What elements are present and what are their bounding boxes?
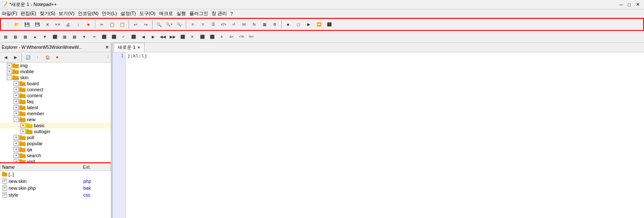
paste-btn[interactable]: 📋 — [118, 20, 127, 29]
toggle-outlogin[interactable]: + — [21, 129, 26, 134]
menu-window[interactable]: 창 관리 — [212, 10, 227, 17]
file-row-style[interactable]: style css — [0, 191, 111, 198]
file-row-parent[interactable]: [..] — [0, 171, 111, 178]
save-all-btn[interactable]: 💾+ — [32, 20, 42, 29]
toggle-poll[interactable]: + — [14, 135, 19, 140]
stop-btn[interactable]: ⬛ — [324, 20, 334, 29]
exp-fwd-btn[interactable]: ▶ — [11, 53, 20, 62]
tree-item-member[interactable]: + member — [0, 110, 111, 116]
menu-run[interactable]: 실행 — [176, 10, 186, 17]
tb2-btn2[interactable]: ▦ — [11, 32, 20, 42]
tree-item-content[interactable]: + content — [0, 93, 111, 99]
list-btn[interactable]: ☰ — [209, 20, 218, 29]
func-btn[interactable]: fx — [250, 20, 259, 29]
code-editor[interactable]: j;kl;lj — [126, 52, 644, 218]
toggle-new[interactable]: - — [14, 117, 19, 122]
tb2-btn19[interactable]: ⬛ — [178, 32, 187, 42]
toggle-skin[interactable]: - — [7, 75, 12, 80]
zoom-out-btn[interactable]: 🔍- — [175, 20, 184, 29]
maximize-btn[interactable]: □ — [625, 2, 633, 7]
tb2-btn21[interactable]: ⬛ — [197, 32, 207, 42]
align-right-btn[interactable]: ≡ — [198, 20, 208, 29]
exp-fav-btn[interactable]: ♥ — [53, 53, 62, 62]
open-file-btn[interactable]: 📂 — [12, 20, 21, 29]
tb2-btn4[interactable]: ▲ — [30, 32, 40, 42]
find-btn[interactable]: 🔍 — [154, 20, 164, 29]
toggle-connect[interactable]: + — [14, 87, 19, 92]
tb2-btn22[interactable]: ⬛ — [207, 32, 217, 42]
tb2-btn9[interactable]: ♥ — [79, 32, 89, 42]
save-btn[interactable]: 💾 — [22, 20, 32, 29]
menu-settings[interactable]: 설정(T) — [121, 10, 136, 17]
tb2-btn11[interactable]: ⬛ — [99, 32, 109, 42]
radio-btn1[interactable]: ● — [283, 20, 293, 29]
toggle-board[interactable]: + — [14, 81, 19, 86]
zoom-in-btn[interactable]: 🔍+ — [165, 20, 174, 29]
tree-item-popular[interactable]: + popular — [0, 140, 111, 146]
copy-btn[interactable]: 📋 — [107, 20, 117, 29]
tb2-btn7[interactable]: ▦ — [60, 32, 69, 42]
menu-edit[interactable]: 편집(E) — [21, 10, 36, 17]
menu-help[interactable]: ? — [230, 11, 233, 16]
menu-file[interactable]: 파일(F) — [2, 10, 17, 17]
tree-item-poll[interactable]: + poll — [0, 134, 111, 140]
exp-back-btn[interactable]: ◀ — [1, 53, 10, 62]
tree-item-faq[interactable]: + faq — [0, 99, 111, 105]
tree-item-connect[interactable]: + connect — [0, 87, 111, 93]
radio-btn2[interactable]: □ — [294, 20, 303, 29]
menu-view[interactable]: 보기(V) — [59, 10, 74, 17]
tb2-btn5[interactable]: ▼ — [40, 32, 50, 42]
favorite-btn[interactable]: ♥ — [84, 20, 93, 29]
toggle-visit[interactable]: + — [14, 159, 19, 162]
toggle-member[interactable]: + — [14, 111, 19, 116]
menu-macro[interactable]: 매크로 — [159, 10, 173, 17]
tb2-btn10[interactable]: ━ — [89, 32, 99, 42]
file-row-newskinphp[interactable]: new.skin.php bak — [0, 185, 111, 191]
tree-item-skin[interactable]: - skin — [0, 75, 111, 81]
wrap-btn[interactable]: ⏎ — [229, 20, 238, 29]
toggle-img[interactable]: + — [7, 63, 12, 68]
tb2-btn15[interactable]: ◀ — [138, 32, 148, 42]
tb2-btn3[interactable]: ▦ — [21, 32, 30, 42]
tree-item-search[interactable]: + search — [0, 152, 111, 158]
close-btn[interactable]: ✕ — [633, 2, 642, 7]
tb2-btn6[interactable]: ⬛ — [50, 32, 59, 42]
menu-tools[interactable]: 도구(O) — [139, 10, 156, 17]
tb2-btn20[interactable]: ✕ — [188, 32, 197, 42]
toggle-basic[interactable]: + — [21, 123, 26, 128]
play-btn[interactable]: ▶ — [304, 20, 313, 29]
tb2-btn23[interactable]: & — [217, 32, 226, 42]
tb2-btn18[interactable]: ▶▶ — [168, 32, 177, 42]
file-tree[interactable]: + img + mobile - skin + — [0, 63, 111, 162]
tree-item-latest[interactable]: + latest — [0, 105, 111, 110]
close-all-btn[interactable]: ✕✕ — [53, 20, 62, 29]
print-btn[interactable]: 🖨 — [63, 20, 73, 29]
tb2-btn12[interactable]: ⬛ — [109, 32, 118, 42]
fast-fwd-btn[interactable]: ⏩ — [314, 20, 323, 29]
tb2-btn14[interactable]: ⬛ — [129, 32, 138, 42]
align-left-btn[interactable]: ≡ — [188, 20, 197, 29]
tb2-btn26[interactable]: %> — [247, 32, 256, 42]
tag-btn[interactable]: </> — [219, 20, 228, 29]
toggle-mobile[interactable]: + — [7, 69, 12, 74]
exp-refresh-btn[interactable]: 🔄 — [23, 53, 32, 62]
minimize-btn[interactable]: ─ — [617, 2, 626, 7]
block-btn[interactable]: ▦ — [260, 20, 269, 29]
menu-language[interactable]: 언어(L) — [102, 10, 117, 17]
tb2-btn1[interactable]: ▦ — [1, 32, 10, 42]
undo-btn[interactable]: ↩ — [131, 20, 140, 29]
tree-item-qa[interactable]: + qa — [0, 146, 111, 152]
tree-item-mobile[interactable]: + mobile — [0, 69, 111, 75]
tree-item-new[interactable]: - new — [0, 116, 111, 122]
toggle-faq[interactable]: + — [14, 99, 19, 104]
tab-close-icon[interactable]: ✕ — [137, 45, 141, 50]
editor-tab-1[interactable]: 새로운 1 ✕ — [114, 43, 144, 52]
tree-item-basic[interactable]: + basic — [0, 122, 111, 128]
redo-btn[interactable]: ↪ — [141, 20, 150, 29]
toggle-qa[interactable]: + — [14, 147, 19, 152]
menu-plugin[interactable]: 플러그인 — [189, 10, 208, 17]
file-row-newskin[interactable]: new.skin php — [0, 178, 111, 185]
menu-encoding[interactable]: 인코딩(N) — [78, 10, 98, 17]
macro-rec-btn[interactable]: ⚙ — [270, 20, 279, 29]
tb2-btn8[interactable]: ▦ — [70, 32, 79, 42]
